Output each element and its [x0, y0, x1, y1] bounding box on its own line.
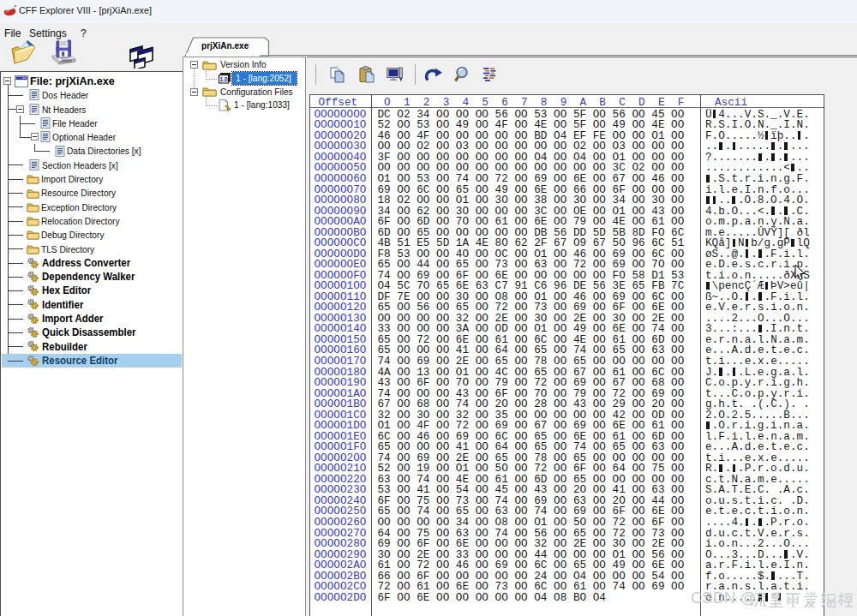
svg-text:1.0: 1.0	[220, 76, 228, 82]
